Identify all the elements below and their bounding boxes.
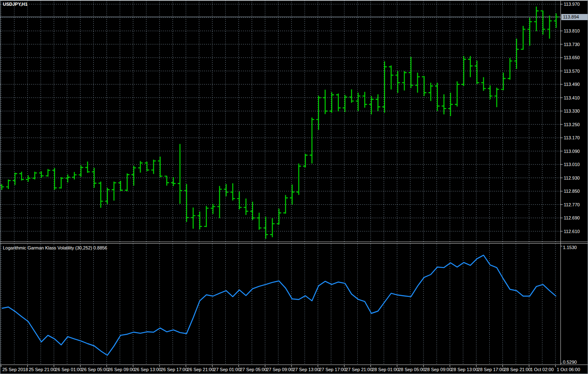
ohlc-bar <box>13 173 17 185</box>
time-axis-label: 25 Sep 2018 <box>2 367 28 372</box>
price-axis-label: 113.650 <box>564 55 580 60</box>
ohlc-bar <box>323 90 327 114</box>
ohlc-bar <box>356 93 361 111</box>
ohlc-bar <box>211 204 215 214</box>
ohlc-bar <box>389 65 394 90</box>
ohlc-bar <box>52 168 57 190</box>
ohlc-bar <box>138 161 143 173</box>
ohlc-bar <box>277 208 281 224</box>
ohlc-bar <box>257 213 262 230</box>
chart-window: 113.970113.810113.730113.650113.570113.4… <box>0 0 588 374</box>
ohlc-bar <box>191 208 195 229</box>
time-axis-label: 26 Sep 13:00 <box>134 367 161 372</box>
price-axis-label: 113.970 <box>564 2 580 7</box>
ohlc-bar <box>343 95 347 112</box>
price-axis-label: 113.330 <box>564 109 580 113</box>
price-axis-label: 113.730 <box>564 42 580 47</box>
ohlc-bar <box>382 61 387 113</box>
ohlc-bar <box>151 159 156 174</box>
ohlc-bar <box>19 172 24 181</box>
time-axis-label: 1 Oct 06:00 <box>557 367 580 372</box>
ohlc-bar <box>125 173 130 191</box>
ohlc-bar <box>481 77 486 91</box>
ohlc-bar <box>145 162 149 171</box>
indicator-label: Logarithmic Garman Klass Volatility (30,… <box>3 245 107 251</box>
time-axis-label: 28 Sep 01:00 <box>372 367 399 372</box>
ohlc-bar <box>204 206 208 227</box>
ohlc-bar <box>442 95 446 115</box>
time-axis-label: 27 Sep 21:00 <box>345 367 372 372</box>
ohlc-bar <box>396 71 400 93</box>
price-axis-label: 113.010 <box>564 162 580 167</box>
ohlc-bar <box>363 92 367 108</box>
ohlc-bar <box>455 81 459 106</box>
chart-canvas[interactable]: 113.970113.810113.730113.650113.570113.4… <box>0 0 588 374</box>
ohlc-bar <box>316 96 321 130</box>
ohlc-bar <box>501 73 506 90</box>
ohlc-bar <box>534 7 539 31</box>
time-axis-label: 27 Sep 01:00 <box>213 367 240 372</box>
price-axis-label: 113.810 <box>564 28 580 33</box>
ohlc-bar <box>237 192 242 209</box>
time-axis-label: 25 Sep 21:00 <box>29 367 56 372</box>
ohlc-bar <box>6 180 11 189</box>
time-axis-label: 27 Sep 17:00 <box>319 367 346 372</box>
price-axis-label: 112.930 <box>564 175 580 180</box>
ohlc-bar <box>303 154 308 167</box>
price-axis[interactable]: 113.970113.810113.730113.650113.570113.4… <box>561 2 580 363</box>
price-axis-label: 113.570 <box>564 69 580 74</box>
time-axis-label: 26 Sep 05:00 <box>81 367 108 372</box>
ohlc-bar <box>270 218 275 237</box>
ohlc-bar <box>329 92 334 113</box>
ohlc-bar <box>554 14 558 28</box>
pane-frame <box>0 0 588 365</box>
time-axis-label: 28 Sep 09:00 <box>425 367 451 372</box>
ohlc-bar <box>39 171 44 178</box>
ohlc-bars[interactable] <box>0 7 558 239</box>
ohlc-bar <box>296 164 301 195</box>
price-axis-label: 112.690 <box>564 215 580 220</box>
ohlc-bar <box>99 182 103 208</box>
ohlc-bar <box>514 39 519 69</box>
time-axis-label: 28 Sep 05:00 <box>398 367 425 372</box>
time-axis-label: 26 Sep 01:00 <box>55 367 82 372</box>
time-axis-label: 26 Sep 17:00 <box>161 367 188 372</box>
time-axis-label: 28 Sep 17:00 <box>477 367 504 372</box>
ohlc-bar <box>72 172 76 179</box>
ohlc-bar <box>409 57 413 88</box>
ohlc-bar <box>79 165 83 177</box>
price-axis-label: 112.850 <box>564 189 580 194</box>
ohlc-bar <box>488 85 493 99</box>
time-axis-label: 1 Oct 02:00 <box>530 367 554 372</box>
ohlc-bar <box>178 144 182 204</box>
grid <box>0 0 561 365</box>
ohlc-bar <box>521 26 525 50</box>
indicator-scale-min: 0.5290 <box>563 360 577 365</box>
indicator-line[interactable] <box>2 255 556 356</box>
current-price-tag: 113.894 <box>561 14 588 20</box>
ohlc-bar <box>46 169 50 177</box>
symbol-title: USDJPY,H1 <box>3 2 28 7</box>
ohlc-bar <box>26 175 30 182</box>
ohlc-bar <box>164 176 169 186</box>
ohlc-bar <box>65 175 70 183</box>
ohlc-bar <box>59 177 63 189</box>
ohlc-bar <box>495 88 499 107</box>
ohlc-bar <box>264 217 268 239</box>
ohlc-bar <box>118 181 123 191</box>
time-axis-label: 26 Sep 09:00 <box>108 367 135 372</box>
time-axis[interactable]: 25 Sep 201825 Sep 21:0026 Sep 01:0026 Se… <box>1 365 580 372</box>
time-axis-label: 27 Sep 09:00 <box>266 367 293 372</box>
ohlc-bar <box>171 177 176 186</box>
ohlc-bar <box>435 83 440 111</box>
ohlc-bar <box>349 89 354 103</box>
time-axis-label: 28 Sep 13:00 <box>451 367 478 372</box>
ohlc-bar <box>231 183 235 201</box>
ohlc-bar <box>369 96 374 115</box>
time-axis-label: 28 Sep 21:00 <box>504 367 531 372</box>
ohlc-bar <box>85 162 90 173</box>
price-axis-label: 113.170 <box>564 135 580 140</box>
ohlc-bar <box>528 18 532 46</box>
ohlc-bar <box>132 166 136 185</box>
time-axis-label: 27 Sep 13:00 <box>293 367 319 372</box>
